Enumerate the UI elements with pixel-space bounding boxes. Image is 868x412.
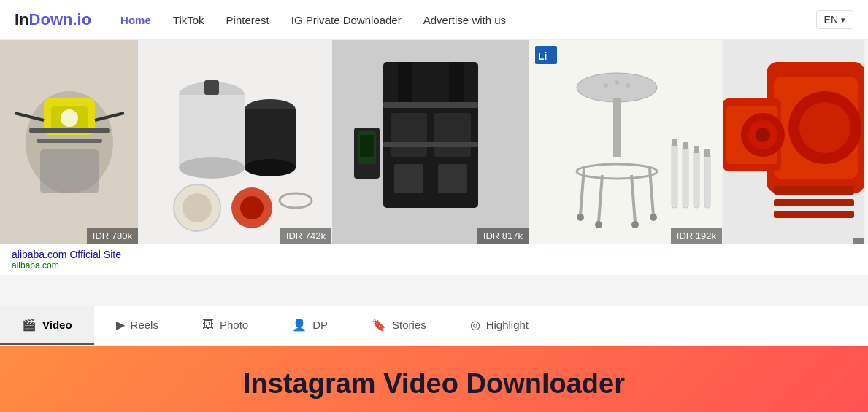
dp-icon: 👤 [292,318,307,332]
logo-accent: Down.io [29,10,92,28]
hero-title: Instagram Video Downloader [243,368,625,400]
svg-point-74 [756,128,770,142]
svg-rect-62 [683,142,688,149]
svg-point-44 [604,83,608,88]
tab-dp[interactable]: 👤 DP [270,306,350,345]
stories-icon: 🔖 [372,318,386,332]
svg-point-14 [179,157,245,179]
photo-icon: 🖼 [202,318,214,331]
nav-ig-private[interactable]: IG Private Downloader [291,14,402,26]
svg-rect-31 [434,113,471,157]
logo[interactable]: InDown.io [15,10,91,29]
svg-rect-59 [694,149,699,208]
svg-point-53 [577,214,584,221]
svg-rect-32 [394,164,423,193]
reels-icon: ▶ [116,318,125,332]
product-grid: IDR 780k [0,40,868,244]
svg-rect-30 [391,113,427,157]
svg-rect-38 [383,142,478,147]
svg-point-4 [61,109,78,127]
svg-point-24 [240,196,264,219]
svg-rect-76 [774,199,854,206]
svg-rect-36 [360,135,374,157]
svg-rect-28 [398,62,412,106]
svg-point-45 [615,80,619,85]
video-icon: 🎬 [22,318,37,332]
tab-photo-label: Photo [220,319,248,331]
svg-rect-77 [774,211,854,218]
tab-reels[interactable]: ▶ Reels [94,306,180,345]
nav-right: EN ▾ [816,10,853,29]
svg-rect-58 [683,146,688,208]
svg-rect-60 [704,153,710,208]
svg-point-69 [799,102,850,153]
tab-reels-label: Reels [131,319,158,331]
svg-rect-75 [774,186,854,195]
svg-rect-5 [29,128,110,133]
tab-stories[interactable]: 🔖 Stories [350,306,448,345]
tab-highlight[interactable]: ◎ Highlight [448,306,550,345]
price-badge-3: IDR 817k [477,228,529,244]
price-badge-1: IDR 780k [87,228,138,244]
tab-highlight-label: Highlight [486,319,529,331]
highlight-icon: ◎ [470,318,480,332]
svg-point-54 [595,221,602,228]
header: InDown.io Home TikTok Pinterest IG Priva… [0,0,868,40]
language-selector[interactable]: EN ▾ [816,10,853,29]
svg-point-42 [577,73,657,102]
svg-point-56 [650,214,657,221]
tabs-bar: 🎬 Video ▶ Reels 🖼 Photo 👤 DP 🔖 Stories ◎… [0,306,868,346]
svg-rect-57 [672,142,677,208]
nav-advertise[interactable]: Advertise with us [423,14,506,26]
hero-section: Instagram Video Downloader [0,346,868,412]
svg-rect-63 [694,146,699,153]
svg-point-22 [183,193,212,222]
price-badge-2: IDR 742k [280,228,331,244]
svg-rect-64 [704,149,710,157]
nav-tiktok[interactable]: TikTok [173,14,204,26]
svg-rect-6 [37,139,102,143]
ad-label[interactable]: alibaba.com Official Site alibaba.com [0,244,868,275]
lang-label: EN [824,14,838,26]
price-badge-4: IDR 192k [671,228,722,244]
svg-point-46 [626,83,630,88]
ad-site-name: alibaba.com Official Site [12,249,856,260]
svg-text:Li: Li [538,50,547,62]
svg-point-20 [245,159,296,176]
svg-rect-33 [438,164,467,193]
svg-rect-61 [672,139,677,146]
product-item-1[interactable]: IDR 780k [0,40,139,244]
ad-section: IDR 780k [0,40,868,306]
product-item-5[interactable] [723,40,865,244]
nav-pinterest[interactable]: Pinterest [226,14,269,26]
price-badge-5 [853,238,864,244]
tab-video[interactable]: 🎬 Video [0,306,94,345]
tab-dp-label: DP [312,319,328,331]
svg-rect-29 [449,62,464,106]
ad-site-url: alibaba.com [12,260,856,271]
chevron-down-icon: ▾ [841,15,845,25]
svg-rect-15 [204,80,219,95]
svg-rect-39 [529,40,723,244]
product-item-3[interactable]: IDR 817k [332,40,529,244]
product-item-2[interactable]: IDR 742k [139,40,332,244]
svg-point-55 [631,221,639,228]
tab-stories-label: Stories [392,319,426,331]
svg-rect-47 [613,98,621,157]
tab-video-label: Video [42,319,72,331]
svg-rect-37 [383,102,478,108]
nav-home[interactable]: Home [120,14,151,26]
main-nav: Home TikTok Pinterest IG Private Downloa… [120,14,815,26]
product-item-4[interactable]: Li [529,40,723,244]
svg-rect-7 [40,149,99,193]
tab-photo[interactable]: 🖼 Photo [180,306,270,345]
